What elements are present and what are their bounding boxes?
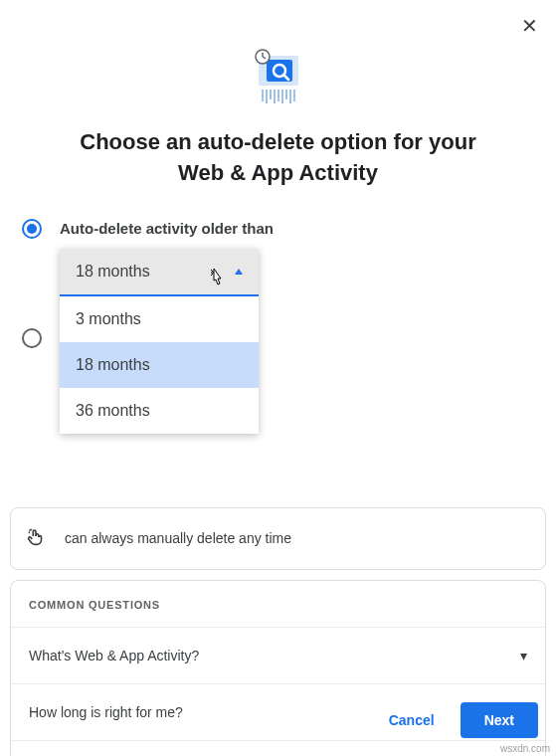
title-line-2: Web & App Activity: [178, 160, 378, 185]
watermark: wsxdn.com: [500, 743, 550, 754]
chevron-down-icon: ▾: [520, 648, 527, 663]
faq-header: COMMON QUESTIONS: [11, 593, 545, 627]
caret-up-icon: [235, 269, 243, 275]
dropdown-selected-text: 18 months: [76, 263, 150, 281]
radio-unselected-icon: [22, 328, 42, 348]
faq-item-2[interactable]: How else can I control my data? ▾: [11, 740, 545, 756]
close-icon[interactable]: ✕: [521, 14, 538, 38]
faq-item-label: What's Web & App Activity?: [29, 648, 199, 663]
cancel-button[interactable]: Cancel: [381, 702, 443, 738]
radio-option-auto-delete[interactable]: Auto-delete activity older than: [22, 219, 534, 239]
dropdown-option-0[interactable]: 3 months: [60, 296, 259, 342]
touch-icon: [25, 526, 47, 551]
info-text: can always manually delete any time: [65, 530, 291, 546]
faq-item-0[interactable]: What's Web & App Activity? ▾: [11, 627, 545, 683]
dropdown-option-2[interactable]: 36 months: [60, 388, 259, 434]
radio-selected-icon: [22, 219, 42, 239]
faq-item-label: How long is right for me?: [29, 704, 183, 720]
radio-label-auto-delete: Auto-delete activity older than: [60, 220, 274, 237]
page-title: Choose an auto-delete option for your We…: [0, 127, 556, 189]
dropdown-option-1[interactable]: 18 months: [60, 342, 259, 388]
next-button[interactable]: Next: [461, 702, 538, 738]
title-line-1: Choose an auto-delete option for your: [80, 129, 475, 154]
footer-actions: Cancel Next: [381, 702, 538, 738]
duration-dropdown[interactable]: 18 months 3 months 18 months 36 months: [60, 249, 259, 434]
header-illustration: [0, 48, 556, 105]
info-card: can always manually delete any time: [10, 507, 546, 570]
dropdown-selected[interactable]: 18 months: [60, 249, 259, 296]
